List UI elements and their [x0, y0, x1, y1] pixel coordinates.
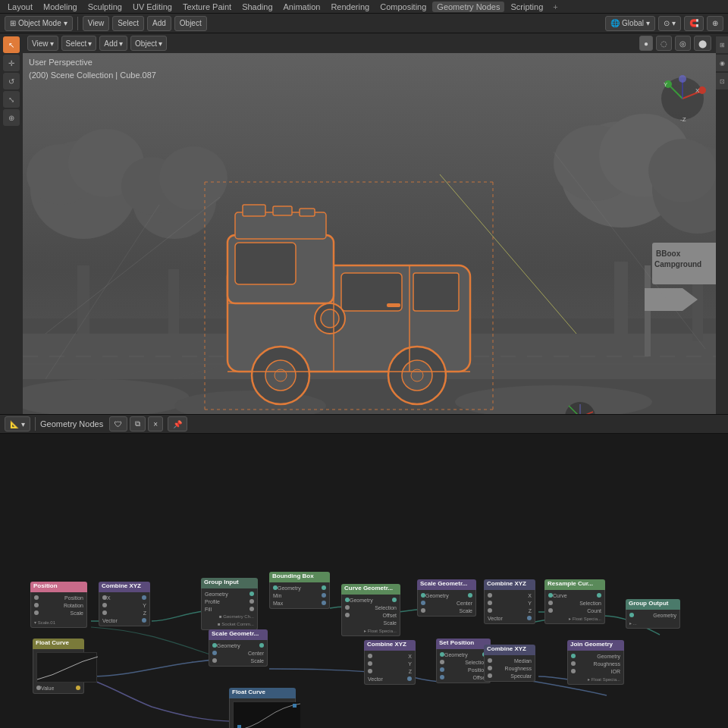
menu-layout[interactable]: Layout [3, 2, 37, 12]
svg-rect-32 [235, 243, 296, 284]
menu-compositing[interactable]: Compositing [375, 2, 431, 12]
menu-shading[interactable]: Shading [237, 2, 277, 12]
shield-btn[interactable]: 🛡 [109, 416, 127, 431]
node-editor-icon: 📐 [10, 420, 19, 428]
menu-modeling[interactable]: Modeling [39, 2, 82, 12]
view-menu-btn[interactable]: View [83, 16, 110, 31]
close-node-btn[interactable]: × [148, 416, 163, 431]
svg-rect-38 [300, 209, 315, 216]
vp-add-label: Add [104, 39, 118, 48]
vp-add-btn[interactable]: Add ▾ [99, 36, 127, 51]
viewport-shading-render[interactable]: ⬤ [694, 36, 711, 51]
svg-rect-34 [413, 273, 459, 311]
node-curve-to-mesh[interactable]: Curve Geometr... Geometry Selection Offs… [341, 584, 400, 636]
vp-object-arrow: ▾ [158, 39, 162, 48]
perspective-label: User Perspective [29, 56, 156, 69]
copy-btn[interactable]: ⧉ [130, 416, 146, 431]
svg-text:Campground: Campground [654, 260, 701, 268]
node-combine-xyz-4[interactable]: Combine XYZ Median Roughness Specular [484, 645, 535, 682]
node-combine-xyz-3[interactable]: Combine XYZ X Y Z Vector [484, 579, 535, 624]
node-canvas[interactable]: Position Position Rotation Scale ▾ Scale… [0, 434, 728, 728]
snap-toggle[interactable]: 🧲 [684, 16, 704, 31]
node-transform-1[interactable]: Combine XYZ X Y Z Vector [99, 582, 150, 626]
svg-text:-Z: -Z [680, 116, 686, 123]
node-scale-geometry-2[interactable]: Scale Geometr... Geometry Center Scale [417, 579, 476, 617]
proportional-edit[interactable]: ⊕ [707, 16, 723, 31]
svg-rect-76 [237, 725, 241, 728]
viewport-toolbar: View ▾ Select ▾ Add ▾ Object ▾ ● ◌ ◎ ⬤ [23, 33, 716, 53]
node-set-position[interactable]: Set Position Geometry Selection Position… [436, 639, 491, 683]
svg-text:BBoox: BBoox [656, 249, 681, 258]
select-tool[interactable]: ↖ [3, 36, 20, 53]
orientation-icon: 🌐 [610, 19, 620, 27]
orientation-label: Global [622, 19, 644, 27]
node-combine-xyz-2[interactable]: Combine XYZ X Y Z Vector [364, 640, 416, 685]
node-float-1[interactable]: Float Curve Value [33, 639, 84, 694]
top-menu-bar: Layout Modeling Sculpting UV Editing Tex… [0, 0, 728, 14]
mode-selector[interactable]: ⊞ Object Mode ▾ [5, 16, 73, 31]
svg-point-10 [159, 146, 228, 210]
mode-icon: ⊞ [10, 19, 16, 27]
orient-arrow: ▾ [646, 19, 650, 27]
viewport-area: ↖ ✛ ↺ ⤡ ⊕ ⊞ ◉ ⊡ View ▾ Select ▾ Add ▾ Ob… [0, 33, 728, 414]
node-bounding-box[interactable]: Bounding Box Geometry Min Max [269, 572, 330, 609]
collection-label: (200) Scene Collection | Cube.087 [29, 69, 156, 82]
move-tool[interactable]: ✛ [3, 55, 20, 71]
object-menu-btn[interactable]: Object [174, 16, 207, 31]
vp-add-arrow: ▾ [119, 39, 123, 48]
viewport-shading-material[interactable]: ◎ [675, 36, 691, 51]
svg-rect-77 [293, 704, 297, 708]
node-editor-arrow: ▾ [21, 420, 25, 428]
node-toolbar-sep [35, 417, 36, 431]
svg-rect-36 [243, 205, 265, 216]
dropdown-arrow: ▾ [64, 19, 67, 27]
svg-rect-47 [387, 303, 400, 307]
node-resample-curve[interactable]: Resample Cur... Curve Selection Count ▸ … [544, 579, 605, 624]
mode-label: Object Mode [18, 19, 61, 27]
node-join-geometry[interactable]: Join Geometry Geometry Roughness IOR ▸ F… [567, 640, 624, 685]
node-float-curve-1[interactable]: Float Curve Min: 0.00Max: 1.00 Value ▸ N… [229, 688, 296, 728]
right-toolbar: ⊞ ◉ ⊡ [716, 33, 728, 414]
vp-view-arrow: ▾ [50, 39, 54, 48]
svg-rect-7 [77, 265, 89, 334]
menu-rendering[interactable]: Rendering [326, 2, 374, 12]
svg-rect-15 [614, 262, 628, 337]
add-workspace-button[interactable]: + [549, 2, 561, 12]
select-menu-btn[interactable]: Select [112, 16, 144, 31]
svg-rect-37 [273, 206, 292, 215]
vp-object-btn[interactable]: Object ▾ [130, 36, 167, 51]
transform-tool[interactable]: ⊕ [3, 109, 20, 126]
add-menu-btn[interactable]: Add [147, 16, 171, 31]
vp-select-btn[interactable]: Select ▾ [61, 36, 97, 51]
viewport-shading-wire[interactable]: ◌ [656, 36, 672, 51]
scale-tool[interactable]: ⤡ [3, 91, 20, 108]
rotate-tool[interactable]: ↺ [3, 73, 20, 89]
menu-uv-editing[interactable]: UV Editing [128, 2, 177, 12]
pin-btn[interactable]: 📌 [168, 416, 187, 431]
pivot-icon: ⊙ [664, 19, 670, 27]
node-group-output[interactable]: Group Output Geometry ▸ ... [626, 599, 680, 629]
node-group-input-1[interactable]: Position Position Rotation Scale ▾ Scale… [30, 582, 87, 628]
svg-point-46 [321, 309, 339, 328]
proportional-icon: ⊕ [712, 19, 718, 27]
transform-orientation[interactable]: 🌐 Global ▾ [605, 16, 655, 31]
separator-1 [77, 17, 78, 30]
svg-point-17 [648, 139, 716, 202]
node-group-input-2[interactable]: Group Input Geometry Profile Fill ■ Geom… [201, 578, 258, 630]
node-scale-geometry-1[interactable]: Scale Geometr... Geometry Center Scale [209, 629, 268, 667]
vp-select-arrow: ▾ [88, 39, 92, 48]
svg-point-62 [679, 75, 686, 83]
menu-sculpting[interactable]: Sculpting [83, 2, 127, 12]
left-toolbar: ↖ ✛ ↺ ⤡ ⊕ [0, 33, 23, 414]
svg-text:Y: Y [664, 81, 668, 88]
node-editor-type-btn[interactable]: 📐 ▾ [5, 416, 30, 431]
node-editor-name: Geometry Nodes [40, 419, 103, 428]
menu-texture-paint[interactable]: Texture Paint [178, 2, 236, 12]
menu-animation[interactable]: Animation [279, 2, 325, 12]
menu-scripting[interactable]: Scripting [506, 2, 548, 12]
pivot-selector[interactable]: ⊙ ▾ [658, 16, 681, 31]
snap-icon: 🧲 [689, 19, 698, 27]
menu-geometry-nodes[interactable]: Geometry Nodes [432, 2, 504, 12]
viewport-shading-solid[interactable]: ● [639, 36, 653, 51]
vp-view-btn[interactable]: View ▾ [27, 36, 58, 51]
